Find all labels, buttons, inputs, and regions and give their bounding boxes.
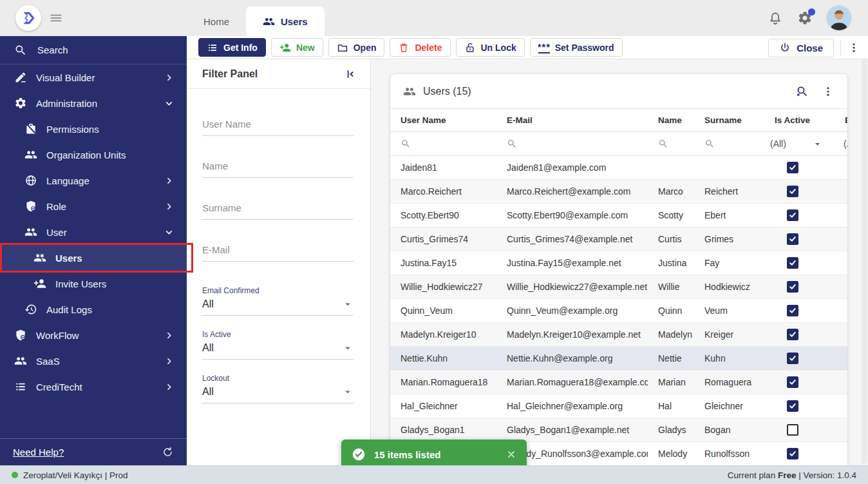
toast-close-icon[interactable] (506, 449, 516, 460)
app-logo[interactable] (15, 5, 41, 31)
input-placeholder: User Name (202, 119, 354, 130)
column-header-surname[interactable]: Surname (694, 109, 764, 131)
settings-gear-button[interactable] (797, 10, 813, 26)
filter-cell-e-mail[interactable] (496, 132, 648, 155)
email-cell: Madelyn.Kreiger10@example.net (496, 323, 648, 346)
sidebar-item-creditecht[interactable]: CrediTecht (0, 374, 187, 400)
column-header-e-mail[interactable]: E-Mail (496, 109, 648, 131)
is-active-checkbox[interactable] (787, 305, 798, 316)
sidebar-item-role[interactable]: Role (0, 193, 187, 219)
globe-icon (24, 174, 37, 187)
table-row-willie-hodkiewicz27[interactable]: Willie_Hodkiewicz27Willie_Hodkiewicz27@e… (390, 275, 847, 299)
set-password-button[interactable]: ***Set Password (530, 38, 623, 57)
caret-down-icon (342, 386, 354, 398)
tab-users[interactable]: Users (246, 6, 325, 36)
name-filter-input[interactable]: Name (202, 160, 354, 178)
need-help-link[interactable]: Need Help? (13, 447, 64, 458)
sidebar-search[interactable]: Search (0, 36, 187, 64)
column-header-user-name[interactable]: User Name (390, 109, 496, 131)
surname-filter-input[interactable]: Surname (202, 202, 354, 220)
is-active-checkbox[interactable] (787, 329, 798, 340)
new-button[interactable]: New (271, 38, 323, 57)
is-active-checkbox[interactable] (787, 376, 798, 388)
table-row-justina-fay15[interactable]: Justina.Fay15Justina.Fay15@example.netJu… (390, 251, 847, 275)
column-header-name[interactable]: Name (648, 109, 694, 131)
email-confirmed-cell (837, 299, 847, 322)
user-name-cell: Gladys_Bogan1 (390, 418, 496, 441)
table-row-nettie-kuhn[interactable]: Nettie.KuhnNettie.Kuhn@example.orgNettie… (390, 347, 847, 371)
people-icon (263, 15, 275, 28)
is-active-checkbox[interactable] (787, 400, 798, 412)
email-confirmed-cell (837, 394, 847, 418)
filter-cell-name[interactable] (648, 132, 694, 155)
sidebar-item-workflow[interactable]: WorkFlow (0, 322, 187, 348)
delete-button[interactable]: Delete (390, 38, 450, 57)
sidebar-item-saas[interactable]: SaaS (0, 348, 187, 374)
filter-cell-surname[interactable] (694, 132, 764, 155)
sidebar-item-invite-users[interactable]: Invite Users (0, 271, 187, 296)
is-active-checkbox[interactable] (787, 448, 798, 460)
table-row-marian-romaguera18[interactable]: Marian.Romaguera18Marian.Romaguera18@exa… (390, 371, 847, 394)
table-row-jaiden81[interactable]: Jaiden81Jaiden81@example.com (390, 156, 847, 180)
is-active-checkbox[interactable] (787, 424, 798, 436)
refresh-icon[interactable] (162, 446, 174, 458)
is-active-checkbox[interactable] (787, 186, 798, 197)
table-row-marco-reichert[interactable]: Marco.ReichertMarco.Reichert@example.com… (390, 180, 847, 204)
sidebar-item-permissions[interactable]: Permissions (0, 116, 187, 142)
sidebar-item-organization-units[interactable]: Organization Units (0, 142, 187, 168)
email-confirmed-cell (837, 323, 847, 346)
toggle-search-panel-icon[interactable] (796, 85, 809, 98)
shield-icon (14, 329, 27, 342)
table-row-hal-gleichner[interactable]: Hal_GleichnerHal_Gleichner@example.orgHa… (390, 394, 847, 418)
name-cell: Madelyn (648, 323, 694, 346)
lockout-filter-select[interactable]: LockoutAll (202, 374, 354, 403)
is-active-checkbox[interactable] (787, 209, 798, 221)
sidebar: Search Visual BuilderAdministrationPermi… (0, 36, 187, 465)
sidebar-item-administration[interactable]: Administration (0, 90, 187, 116)
table-row-quinn-veum[interactable]: Quinn_VeumQuinn_Veum@example.orgQuinnVeu… (390, 299, 847, 323)
un-lock-button[interactable]: Un Lock (456, 38, 525, 57)
button-label: Set Password (555, 43, 614, 53)
filter-cell-email-confirmed[interactable]: (All) (837, 132, 847, 155)
open-button[interactable]: Open (328, 38, 385, 57)
user-name-filter-input[interactable]: User Name (202, 119, 354, 136)
toolbar-overflow-menu-icon[interactable] (847, 41, 860, 54)
sidebar-item-users[interactable]: Users (0, 245, 187, 271)
is-active-checkbox[interactable] (787, 162, 798, 173)
e-mail-filter-input[interactable]: E-Mail (202, 244, 354, 262)
is-active-filter-select[interactable]: Is ActiveAll (202, 330, 354, 360)
tab-label: Home (203, 16, 229, 27)
grid-overflow-menu-icon[interactable] (822, 85, 835, 98)
email-confirmed-filter-select[interactable]: Email ConfirmedAll (202, 286, 354, 316)
notifications-bell-icon[interactable] (768, 10, 783, 26)
table-row-curtis-grimes74[interactable]: Curtis_Grimes74Curtis_Grimes74@example.n… (390, 227, 847, 251)
sidebar-item-language[interactable]: Language (0, 168, 187, 193)
is-active-checkbox[interactable] (787, 353, 798, 364)
sidebar-item-audit-logs[interactable]: Audit Logs (0, 296, 187, 322)
success-check-icon (352, 447, 366, 461)
close-button[interactable]: Close (768, 39, 834, 57)
sidebar-item-user[interactable]: User (0, 219, 187, 245)
page-scrollbar[interactable] (862, 59, 867, 464)
column-header-email-confirmed[interactable]: Email Confirmed (837, 109, 847, 131)
table-row-scotty-ebert90[interactable]: Scotty.Ebert90Scotty.Ebert90@example.com… (390, 204, 847, 227)
is-active-checkbox[interactable] (787, 281, 798, 293)
is-active-checkbox[interactable] (787, 233, 798, 245)
sidebar-item-label: Organization Units (46, 150, 126, 160)
column-header-is-active[interactable]: Is Active (764, 109, 837, 131)
sidebar-item-label: Users (55, 253, 82, 264)
is-active-checkbox[interactable] (787, 257, 798, 269)
filter-cell-user-name[interactable] (390, 132, 496, 155)
name-cell: Hal (648, 394, 694, 418)
table-row-madelyn-kreiger10[interactable]: Madelyn.Kreiger10Madelyn.Kreiger10@examp… (390, 323, 847, 347)
get-info-button[interactable]: Get Info (198, 38, 266, 57)
sidebar-item-visual-builder[interactable]: Visual Builder (0, 64, 187, 90)
table-row-gladys-bogan1[interactable]: Gladys_Bogan1Gladys_Bogan1@example.netGl… (390, 418, 847, 442)
tab-home[interactable]: Home (187, 6, 246, 36)
filter-cell-is-active[interactable]: (All) (764, 132, 837, 155)
user-avatar[interactable] (827, 6, 851, 30)
surname-cell: Gleichner (694, 394, 764, 418)
user-name-cell: Madelyn.Kreiger10 (390, 323, 496, 346)
collapse-panel-icon[interactable] (344, 68, 356, 80)
hamburger-menu-icon[interactable] (49, 11, 63, 25)
